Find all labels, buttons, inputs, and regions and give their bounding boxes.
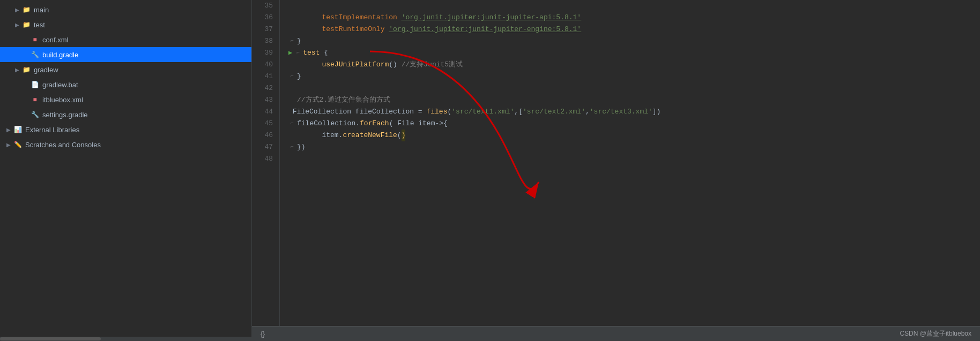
line-num-48: 48 xyxy=(252,153,273,165)
code-token: ,[ xyxy=(514,106,523,118)
sidebar-item-label: Scratches and Consoles xyxy=(25,141,101,149)
code-line-44: FileCollection fileCollection = files ( … xyxy=(288,106,980,118)
sidebar-item-label: gradlew.bat xyxy=(42,81,78,89)
scratches-icon: ✏️ xyxy=(13,140,23,149)
code-line-36: testImplementation 'org.junit.jupiter:ju… xyxy=(288,12,980,24)
arrow-icon: ▶ xyxy=(13,5,21,14)
line-num-44: 44 xyxy=(252,106,273,118)
sidebar-item-label: main xyxy=(34,6,49,14)
code-line-38: ⌐ } xyxy=(288,35,980,47)
sidebar-item-conf-xml[interactable]: ■ conf.xml xyxy=(0,32,251,47)
line-num-40: 40 xyxy=(252,59,273,71)
code-token: ) xyxy=(402,130,406,141)
code-token: ( xyxy=(397,130,402,141)
gradle-icon: 🔧 xyxy=(30,50,40,59)
code-token: useJUnitPlatform xyxy=(322,59,389,71)
sidebar-item-label: test xyxy=(34,21,45,29)
sidebar-item-label: conf.xml xyxy=(42,36,68,44)
code-token: createNewFile xyxy=(343,130,397,141)
xml-icon: ■ xyxy=(30,35,40,44)
code-token: FileCollection xyxy=(293,106,351,118)
code-line-45: ⌐ fileCollection. forEach ( File item-> … xyxy=(288,118,980,130)
code-token: }) xyxy=(297,141,306,153)
code-token: ( xyxy=(389,118,394,130)
code-token xyxy=(384,24,389,35)
code-line-35 xyxy=(288,0,980,12)
line-num-47: 47 xyxy=(252,141,273,153)
code-token: //方式2.通过文件集合的方式 xyxy=(297,94,390,106)
line-num-38: 38 xyxy=(252,35,273,47)
code-line-37: testRuntimeOnly 'org.junit.jupiter:junit… xyxy=(288,24,980,35)
bottom-right-text: CSDN @蓝盒子itbluebox xyxy=(900,329,971,338)
fold-icon[interactable]: ⌐ xyxy=(294,49,302,57)
line-num-36: 36 xyxy=(252,12,273,24)
code-token: //支持Junit5测试 xyxy=(402,59,463,71)
fold-icon[interactable]: ⌐ xyxy=(288,143,296,151)
code-token: item-> xyxy=(414,118,443,130)
code-token: ( xyxy=(447,106,451,118)
arrow-icon: ▶ xyxy=(13,20,21,29)
sidebar-item-label: itbluebox.xml xyxy=(42,96,83,104)
arrow-icon: ▶ xyxy=(4,140,13,149)
sidebar: ▶ 📁 main ▶ 📁 test ■ conf.xml 🔧 build.gra… xyxy=(0,0,252,341)
fold-icon[interactable]: ⌐ xyxy=(288,120,296,127)
code-token xyxy=(288,59,322,71)
sidebar-item-gradlew[interactable]: ▶ 📁 gradlew xyxy=(0,62,251,77)
code-token: 'org.junit.jupiter:junit-jupiter-api:5.8… xyxy=(402,12,581,24)
fold-icon[interactable]: ⌐ xyxy=(288,96,296,104)
code-token: () xyxy=(389,59,397,71)
code-token: 'src/text3.xml' xyxy=(590,106,652,118)
code-line-42 xyxy=(288,82,980,94)
code-token xyxy=(288,24,322,35)
line-num-43: 43 xyxy=(252,94,273,106)
folder-icon: 📁 xyxy=(21,20,31,29)
code-token: 'src/text1.xml' xyxy=(451,106,514,118)
xml-icon: ■ xyxy=(30,95,40,104)
line-num-42: 42 xyxy=(252,82,273,94)
line-num-41: 41 xyxy=(252,71,273,82)
line-num-45: 45 xyxy=(252,118,273,130)
code-line-48 xyxy=(288,153,980,165)
sidebar-item-main[interactable]: ▶ 📁 main xyxy=(0,2,251,17)
sidebar-scrollbar-thumb xyxy=(0,337,101,340)
code-token: 'src/text2.xml' xyxy=(523,106,585,118)
code-token xyxy=(397,12,402,24)
sidebar-item-external-libraries[interactable]: ▶ 📊 External Libraries xyxy=(0,122,251,137)
code-line-47: ⌐ }) xyxy=(288,141,980,153)
code-line-39: ▶ ⌐ test { xyxy=(288,47,980,59)
sidebar-item-gradlew-bat[interactable]: 📄 gradlew.bat xyxy=(0,77,251,92)
code-token xyxy=(288,12,322,24)
code-token: forEach xyxy=(360,118,389,130)
bottom-left-text: {} xyxy=(261,330,265,338)
code-line-40: useJUnitPlatform () //支持Junit5测试 xyxy=(288,59,980,71)
sidebar-item-test[interactable]: ▶ 📁 test xyxy=(0,17,251,32)
sidebar-item-label: build.gradle xyxy=(42,51,78,59)
sidebar-item-label: gradlew xyxy=(34,66,58,74)
sidebar-item-itbluebox-xml[interactable]: ■ itbluebox.xml xyxy=(0,92,251,107)
file-tree: ▶ 📁 main ▶ 📁 test ■ conf.xml 🔧 build.gra… xyxy=(0,0,251,337)
code-area[interactable]: 35 36 37 38 39 40 41 42 43 44 45 46 47 4… xyxy=(252,0,980,326)
sidebar-item-label: External Libraries xyxy=(25,126,79,134)
sidebar-scrollbar[interactable] xyxy=(0,337,251,341)
code-token: { xyxy=(443,118,448,130)
code-token: item. xyxy=(288,130,343,141)
code-token xyxy=(320,47,324,59)
sidebar-item-label: settings.gradle xyxy=(42,111,88,119)
editor-wrapper: 35 36 37 38 39 40 41 42 43 44 45 46 47 4… xyxy=(252,0,980,341)
code-token xyxy=(397,59,402,71)
fold-icon[interactable]: ⌐ xyxy=(288,37,296,45)
code-token: testImplementation xyxy=(322,12,397,24)
code-token: } xyxy=(297,35,301,47)
code-token: fileCollection = xyxy=(351,106,426,118)
gradle-icon: 🔧 xyxy=(30,110,40,119)
bat-icon: 📄 xyxy=(30,80,40,89)
line-num-39: 39 xyxy=(252,47,273,59)
sidebar-item-settings-gradle[interactable]: 🔧 settings.gradle xyxy=(0,107,251,122)
sidebar-item-scratches[interactable]: ▶ ✏️ Scratches and Consoles xyxy=(0,137,251,152)
fold-icon[interactable]: ⌐ xyxy=(288,73,296,80)
code-token: { xyxy=(324,47,328,59)
code-token: fileCollection. xyxy=(297,118,360,130)
code-token: ]) xyxy=(652,106,661,118)
sidebar-item-build-gradle[interactable]: 🔧 build.gradle xyxy=(0,47,251,62)
code-line-41: ⌐ } xyxy=(288,71,980,82)
